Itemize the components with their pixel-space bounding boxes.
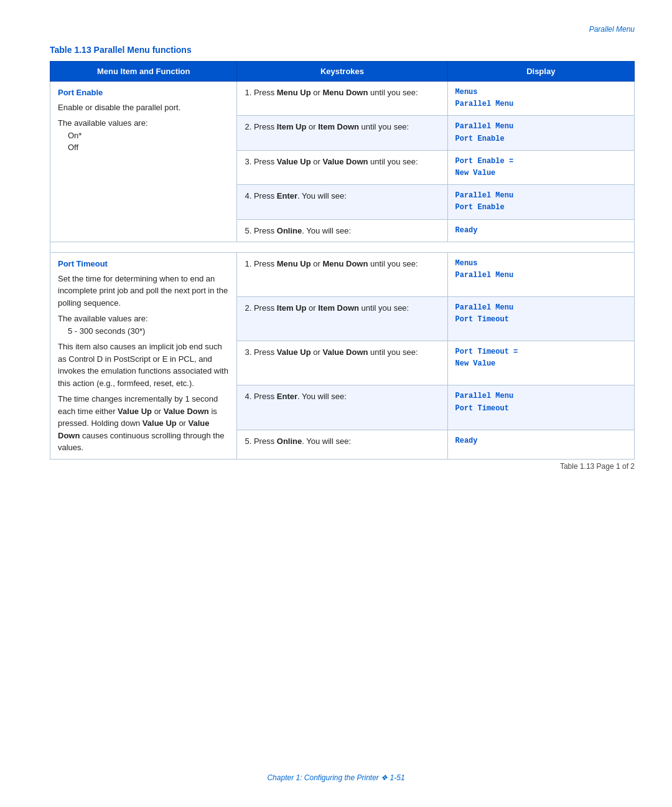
value-item: On* xyxy=(68,130,229,142)
keystroke-text: until you see: xyxy=(359,122,409,131)
table-row: Port EnableEnable or disable the paralle… xyxy=(50,82,635,116)
keystroke-text: . You will see: xyxy=(297,392,347,401)
display-line: Port Timeout = xyxy=(455,346,627,358)
step-number: 4. xyxy=(245,392,253,401)
step-0-4-display: Ready xyxy=(447,219,635,242)
keystroke-text: or xyxy=(311,88,323,97)
step-0-1-keystrokes: 2. Press Item Up or Item Down until you … xyxy=(237,116,447,150)
keystroke-keyword: Enter xyxy=(277,392,297,401)
step-number: 5. xyxy=(245,226,253,235)
step-0-1-display: Parallel MenuPort Enable xyxy=(447,116,635,150)
keystroke-text: or xyxy=(306,122,318,131)
step-number: 1. xyxy=(245,88,253,97)
col-header-keystrokes: Keystrokes xyxy=(237,62,447,82)
section-port-enable-col1: Port EnableEnable or disable the paralle… xyxy=(50,82,237,242)
display-line: New Value xyxy=(455,358,627,370)
keystroke-keyword: Item Up xyxy=(277,122,307,131)
parallel-menu-table: Menu Item and Function Keystrokes Displa… xyxy=(50,61,635,460)
keystroke-keyword: Value Down xyxy=(323,157,368,166)
page-footer: Chapter 1: Configuring the Printer ❖ 1-5… xyxy=(0,773,672,782)
step-number: 3. xyxy=(245,347,253,357)
step-1-4-keystrokes: 5. Press Online. You will see: xyxy=(237,430,447,459)
keystroke-keyword: Menu Up xyxy=(277,88,311,97)
keystroke-keyword: Online xyxy=(277,437,302,446)
step-0-2-keystrokes: 3. Press Value Up or Value Down until yo… xyxy=(237,150,447,184)
section-port-enable-values-label: The available values are: xyxy=(58,117,229,130)
step-0-2-display: Port Enable =New Value xyxy=(447,150,635,184)
step-1-4-display: Ready xyxy=(447,430,635,459)
display-line: New Value xyxy=(455,168,627,179)
keystroke-keyword: Menu Down xyxy=(322,88,368,97)
step-1-1-display: Parallel MenuPort Timeout xyxy=(447,297,635,341)
section-port-timeout-desc: Set the time for determining when to end… xyxy=(58,273,229,309)
step-number: 5. xyxy=(245,437,253,446)
step-1-2-display: Port Timeout =New Value xyxy=(447,341,635,385)
step-0-3-display: Parallel MenuPort Enable xyxy=(447,185,635,219)
col-header-display: Display xyxy=(447,62,635,82)
keystroke-text: Press xyxy=(254,259,277,268)
display-line: Ready xyxy=(455,435,627,447)
step-1-2-keystrokes: 3. Press Value Up or Value Down until yo… xyxy=(237,341,447,385)
keystroke-text: until you see: xyxy=(368,157,418,166)
step-1-1-keystrokes: 2. Press Item Up or Item Down until you … xyxy=(237,297,447,341)
keystroke-keyword: Value Up xyxy=(277,157,311,166)
display-line: Parallel Menu xyxy=(455,121,627,133)
display-line: Parallel Menu xyxy=(455,302,627,314)
section-port-enable-title: Port Enable xyxy=(58,87,229,99)
step-1-0-display: MenusParallel Menu xyxy=(447,253,635,297)
display-line: Port Timeout xyxy=(455,314,627,326)
step-number: 4. xyxy=(245,191,253,201)
display-line: Menus xyxy=(455,87,627,98)
keystroke-keyword: Value Down xyxy=(323,347,368,357)
keystroke-keyword: Item Down xyxy=(318,303,359,313)
keystroke-text: until you see: xyxy=(368,88,418,97)
section-port-enable-desc: Enable or disable the parallel port. xyxy=(58,101,229,114)
keystroke-text: . You will see: xyxy=(302,437,351,446)
keystroke-text: . You will see: xyxy=(297,191,347,201)
step-number: 2. xyxy=(245,122,253,131)
col-header-menu-item: Menu Item and Function xyxy=(50,62,237,82)
page-header-right: Parallel Menu xyxy=(50,25,635,34)
step-0-4-keystrokes: 5. Press Online. You will see: xyxy=(237,219,447,242)
keystroke-text: Press xyxy=(254,437,277,446)
display-line: Port Enable xyxy=(455,133,627,145)
keystroke-text: Press xyxy=(254,226,277,235)
display-line: Parallel Menu xyxy=(455,270,627,281)
keystroke-text: until you see: xyxy=(368,347,418,357)
keystroke-keyword: Item Down xyxy=(318,122,359,131)
keystroke-text: or xyxy=(311,347,323,357)
keystroke-keyword: Menu Down xyxy=(322,259,368,268)
value-item: Off xyxy=(68,141,229,154)
keystroke-text: Press xyxy=(254,157,277,166)
keystroke-text: until you see: xyxy=(359,303,409,313)
table-footer: Table 1.13 Page 1 of 2 xyxy=(50,462,635,471)
display-line: Port Enable xyxy=(455,202,627,214)
section-port-timeout-title: Port Timeout xyxy=(58,258,229,270)
value-item: 5 - 300 seconds (30*) xyxy=(68,325,229,337)
step-0-0-keystrokes: 1. Press Menu Up or Menu Down until you … xyxy=(237,82,447,116)
keystroke-keyword: Enter xyxy=(277,191,297,201)
keystroke-text: Press xyxy=(254,191,277,201)
step-1-0-keystrokes: 1. Press Menu Up or Menu Down until you … xyxy=(237,253,447,297)
display-line: Ready xyxy=(455,225,627,237)
table-title: Table 1.13 Parallel Menu functions xyxy=(50,45,635,55)
keystroke-keyword: Online xyxy=(277,226,302,235)
extra-note: This item also causes an implicit job en… xyxy=(58,341,229,389)
step-number: 2. xyxy=(245,303,253,313)
keystroke-text: Press xyxy=(254,303,277,313)
header-right-text: Parallel Menu xyxy=(589,25,635,34)
keystroke-keyword: Menu Up xyxy=(277,259,311,268)
display-line: Port Enable = xyxy=(455,156,627,168)
extra-note: The time changes incrementally by 1 seco… xyxy=(58,393,229,454)
keystroke-text: Press xyxy=(254,88,277,97)
display-line: Menus xyxy=(455,258,627,270)
section-port-timeout-col1: Port TimeoutSet the time for determining… xyxy=(50,253,237,460)
keystroke-text: Press xyxy=(254,122,277,131)
display-line: Parallel Menu xyxy=(455,390,627,402)
step-number: 1. xyxy=(245,259,253,268)
table-row: Port TimeoutSet the time for determining… xyxy=(50,253,635,297)
step-0-0-display: MenusParallel Menu xyxy=(447,82,635,116)
step-1-3-keystrokes: 4. Press Enter. You will see: xyxy=(237,385,447,430)
keystroke-text: Press xyxy=(254,347,277,357)
section-port-timeout-values-label: The available values are: xyxy=(58,313,229,325)
